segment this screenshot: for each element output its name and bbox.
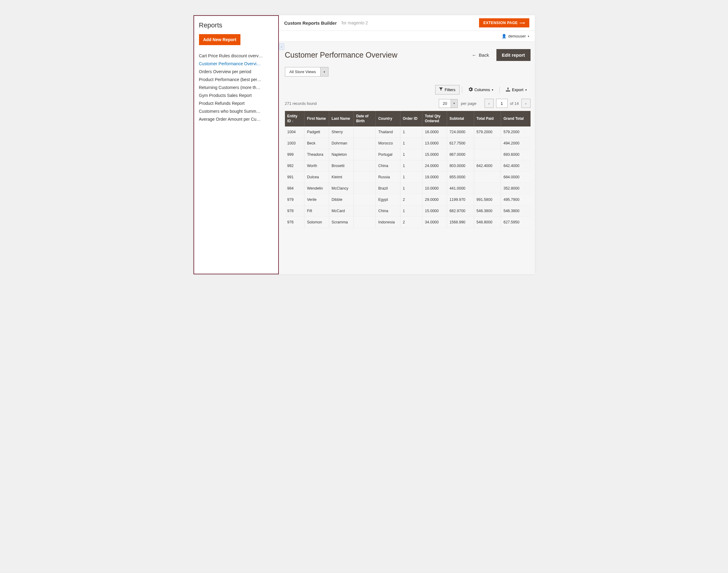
column-header[interactable]: Total Paid xyxy=(474,111,501,126)
sidebar-collapse-handle[interactable]: ‹ xyxy=(279,43,284,50)
table-cell: 10.0000 xyxy=(423,183,447,194)
user-bar[interactable]: 👤 demouser ▾ xyxy=(279,31,535,42)
table-row[interactable]: 979VerileDibbleEgypt229.00001199.970991.… xyxy=(285,194,530,205)
table-cell: Brazil xyxy=(376,183,400,194)
table-cell: 15.0000 xyxy=(423,205,447,217)
table-cell: 2 xyxy=(400,217,423,228)
column-header[interactable]: Country xyxy=(376,111,400,126)
table-row[interactable]: 976SolomonScrammaIndonesia234.00001568.9… xyxy=(285,217,530,228)
top-bar: Custom Reports Builder for magento 2 EXT… xyxy=(279,15,535,31)
user-icon: 👤 xyxy=(502,34,506,38)
report-list-item[interactable]: Product Performance (best per… xyxy=(199,75,273,84)
table-cell: 999 xyxy=(285,149,304,160)
caret-down-icon: ▾ xyxy=(320,67,328,76)
report-list-item[interactable]: Cart Price Rules discount overv… xyxy=(199,52,273,60)
report-list-item[interactable]: Product Refunds Report xyxy=(199,99,273,107)
column-header[interactable]: Subtotal xyxy=(447,111,474,126)
table-cell: Thailand xyxy=(376,126,400,138)
table-row[interactable]: 992WorthBrosettiChina124.0000803.0000642… xyxy=(285,160,530,171)
report-list-item[interactable]: Returning Customers (more th… xyxy=(199,84,273,92)
column-header[interactable]: Entity ID↑ xyxy=(285,111,304,126)
table-cell xyxy=(474,183,501,194)
store-view-select[interactable]: All Store Views ▾ xyxy=(285,67,329,76)
chevron-left-icon: ‹ xyxy=(488,101,489,106)
table-cell: 352.8000 xyxy=(501,183,530,194)
table-row[interactable]: 978FifiMcCardChina115.0000682.9700546.38… xyxy=(285,205,530,217)
columns-label: Columns xyxy=(474,88,490,92)
records-found: 271 records found xyxy=(285,101,439,106)
gear-icon xyxy=(468,87,472,92)
column-header[interactable]: Grand Total xyxy=(501,111,530,126)
back-button[interactable]: ← Back xyxy=(467,50,493,60)
table-cell: Worth xyxy=(304,160,329,171)
table-cell: 19.0000 xyxy=(423,171,447,183)
table-cell: Kleimt xyxy=(329,171,354,183)
table-cell: 803.0000 xyxy=(447,160,474,171)
table-cell: 693.6000 xyxy=(501,149,530,160)
columns-button[interactable]: Columns ▾ xyxy=(465,85,497,95)
report-list-item[interactable]: Customer Performance Overvi… xyxy=(199,60,273,68)
table-cell: 682.9700 xyxy=(447,205,474,217)
column-header[interactable]: Total Qty Ordered xyxy=(423,111,447,126)
prev-page-button[interactable]: ‹ xyxy=(485,99,494,108)
table-cell: Beck xyxy=(304,138,329,149)
table-cell: 627.5950 xyxy=(501,217,530,228)
table-row[interactable]: 991DulceaKleimtRussia119.0000855.0000684… xyxy=(285,171,530,183)
edit-report-button[interactable]: Edit report xyxy=(496,49,530,61)
export-button[interactable]: Export ▾ xyxy=(502,85,530,95)
add-new-report-button[interactable]: Add New Report xyxy=(199,34,241,45)
table-cell xyxy=(353,171,376,183)
table-cell: Sherry xyxy=(329,126,354,138)
column-header[interactable]: First Name xyxy=(304,111,329,126)
table-cell: 1003 xyxy=(285,138,304,149)
table-cell: 984 xyxy=(285,183,304,194)
report-list-item[interactable]: Gym Products Sales Report xyxy=(199,92,273,99)
table-cell xyxy=(474,149,501,160)
table-row[interactable]: 1004PadgettSherryThailand116.0000724.000… xyxy=(285,126,530,138)
table-cell: Indonesia xyxy=(376,217,400,228)
table-cell xyxy=(353,149,376,160)
table-cell: 1199.970 xyxy=(447,194,474,205)
table-cell: 1 xyxy=(400,138,423,149)
sidebar-title: Reports xyxy=(199,21,273,29)
report-list-item[interactable]: Average Order Amount per Cu… xyxy=(199,115,273,123)
report-list-item[interactable]: Customers who bought Summ… xyxy=(199,107,273,115)
table-cell: Scramma xyxy=(329,217,354,228)
table-cell: Verile xyxy=(304,194,329,205)
table-cell: 13.0000 xyxy=(423,138,447,149)
table-cell: 992 xyxy=(285,160,304,171)
table-cell: 979 xyxy=(285,194,304,205)
table-cell: 495.7900 xyxy=(501,194,530,205)
table-row[interactable]: 984WendelinMcClancyBrazil110.0000441.000… xyxy=(285,183,530,194)
table-cell: 1 xyxy=(400,171,423,183)
table-cell: Morocco xyxy=(376,138,400,149)
table-cell: Portugal xyxy=(376,149,400,160)
filters-button[interactable]: Filters xyxy=(435,85,459,95)
table-cell: 29.0000 xyxy=(423,194,447,205)
table-cell: 855.0000 xyxy=(447,171,474,183)
table-cell: 546.3800 xyxy=(501,205,530,217)
column-header[interactable]: Last Name xyxy=(329,111,354,126)
column-header[interactable]: Date of Birth xyxy=(353,111,376,126)
report-list-item[interactable]: Orders Overview per period xyxy=(199,68,273,75)
page-number-input[interactable] xyxy=(496,99,508,108)
table-row[interactable]: 1003BeckDohrmanMorocco113.0000617.750049… xyxy=(285,138,530,149)
table-cell: 1 xyxy=(400,183,423,194)
table-cell: 642.4000 xyxy=(501,160,530,171)
page-size-select[interactable]: 20 ▾ xyxy=(439,99,458,108)
table-cell: Dohrman xyxy=(329,138,354,149)
reports-sidebar: Reports Add New Report Cart Price Rules … xyxy=(193,15,279,274)
extension-page-button[interactable]: EXTENSION PAGE ⟶ xyxy=(479,18,529,28)
page-size-value: 20 xyxy=(439,99,451,108)
table-cell: 546.3800 xyxy=(474,205,501,217)
table-cell: 548.8000 xyxy=(474,217,501,228)
header-row: Entity ID↑First NameLast NameDate of Bir… xyxy=(285,111,530,126)
table-cell: 441.0000 xyxy=(447,183,474,194)
export-icon xyxy=(506,88,510,92)
next-page-button[interactable]: › xyxy=(521,99,530,108)
table-cell xyxy=(353,194,376,205)
table-cell xyxy=(353,126,376,138)
page-of-label: of 14 xyxy=(510,101,519,106)
table-row[interactable]: 999TheadoraNapletonPortugal115.0000867.0… xyxy=(285,149,530,160)
column-header[interactable]: Order ID xyxy=(400,111,423,126)
